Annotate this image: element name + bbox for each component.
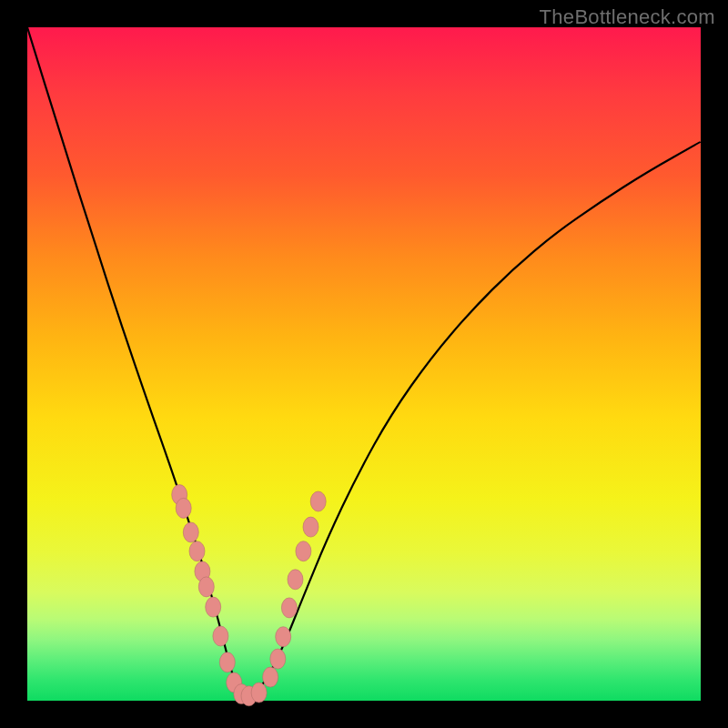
- marker-dot: [270, 649, 286, 669]
- marker-dot: [276, 627, 291, 647]
- marker-dot: [263, 667, 278, 687]
- marker-dot: [198, 577, 214, 597]
- marker-dot: [303, 517, 318, 537]
- marker-dot: [251, 682, 267, 703]
- chart-svg: [27, 27, 701, 701]
- marker-dot: [213, 626, 228, 646]
- marker-dot: [288, 570, 303, 590]
- marker-dot: [183, 522, 198, 542]
- marker-dot: [206, 597, 221, 617]
- marker-dot: [310, 491, 326, 511]
- marker-dot: [219, 652, 235, 672]
- marker-dot: [176, 498, 191, 518]
- marker-dot: [296, 541, 311, 561]
- marker-dot: [281, 598, 297, 618]
- plot-area: [27, 27, 701, 701]
- chart-frame: TheBottleneck.com: [0, 0, 728, 728]
- marker-dot: [189, 541, 205, 561]
- watermark-text: TheBottleneck.com: [540, 5, 715, 29]
- bottleneck-curve: [27, 27, 701, 695]
